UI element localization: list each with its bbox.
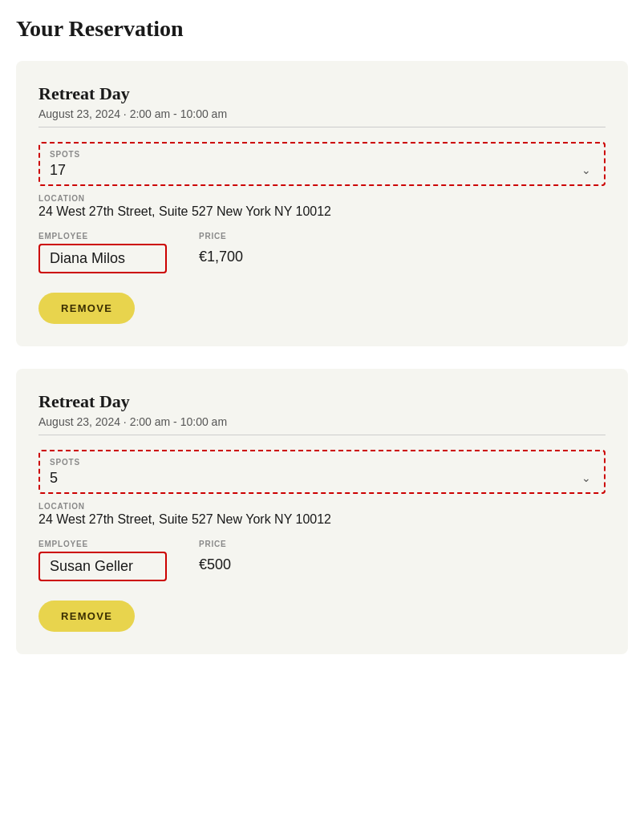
price-label-1: PRICE: [199, 232, 243, 241]
spots-section-1: SPOTS 17 1234567891011121314151618192021…: [38, 142, 606, 186]
event-datetime-2: August 23, 2024 · 2:00 am - 10:00 am: [38, 415, 606, 435]
spots-section-2: SPOTS 5 12346789101112131415161718192021…: [38, 450, 606, 494]
location-label-1: LOCATION: [38, 194, 606, 203]
event-title-2: Retreat Day: [38, 391, 606, 412]
price-section-2: PRICE €500: [199, 540, 231, 578]
price-box-1: €1,700: [199, 244, 243, 270]
employee-label-1: EMPLOYEE: [38, 232, 167, 241]
reservation-card-1: Retreat Day August 23, 2024 · 2:00 am - …: [16, 61, 628, 346]
spots-select-2[interactable]: 5 12346789101112131415161718192021222324…: [50, 470, 594, 486]
event-title-1: Retreat Day: [38, 83, 606, 104]
employee-section-1: EMPLOYEE Diana Milos: [38, 232, 167, 273]
employee-box-1: Diana Milos: [38, 244, 167, 273]
remove-button-1[interactable]: REMOVE: [38, 293, 135, 324]
spots-label-2: SPOTS: [50, 458, 594, 467]
price-value-2: €500: [199, 556, 231, 573]
page-title: Your Reservation: [16, 16, 628, 42]
employee-name-1: Diana Milos: [50, 250, 156, 267]
price-section-1: PRICE €1,700: [199, 232, 243, 270]
event-datetime-1: August 23, 2024 · 2:00 am - 10:00 am: [38, 107, 606, 127]
employee-section-2: EMPLOYEE Susan Geller: [38, 540, 167, 581]
remove-button-2[interactable]: REMOVE: [38, 601, 135, 632]
spots-select-wrapper-1: 17 1234567891011121314151618192021222324…: [50, 162, 594, 178]
spots-label-1: SPOTS: [50, 150, 594, 159]
employee-name-2: Susan Geller: [50, 558, 156, 575]
employee-box-2: Susan Geller: [38, 552, 167, 581]
location-text-2: 24 West 27th Street, Suite 527 New York …: [38, 512, 606, 527]
employee-price-row-2: EMPLOYEE Susan Geller PRICE €500: [38, 540, 606, 581]
price-value-1: €1,700: [199, 249, 243, 265]
employee-label-2: EMPLOYEE: [38, 540, 167, 548]
spots-select-1[interactable]: 17 1234567891011121314151618192021222324…: [50, 162, 594, 178]
price-label-2: PRICE: [199, 540, 231, 548]
price-box-2: €500: [199, 552, 231, 578]
location-text-1: 24 West 27th Street, Suite 527 New York …: [38, 204, 606, 219]
location-label-2: LOCATION: [38, 502, 606, 511]
spots-select-wrapper-2: 5 12346789101112131415161718192021222324…: [50, 470, 594, 486]
reservation-card-2: Retreat Day August 23, 2024 · 2:00 am - …: [16, 369, 628, 654]
employee-price-row-1: EMPLOYEE Diana Milos PRICE €1,700: [38, 232, 606, 273]
